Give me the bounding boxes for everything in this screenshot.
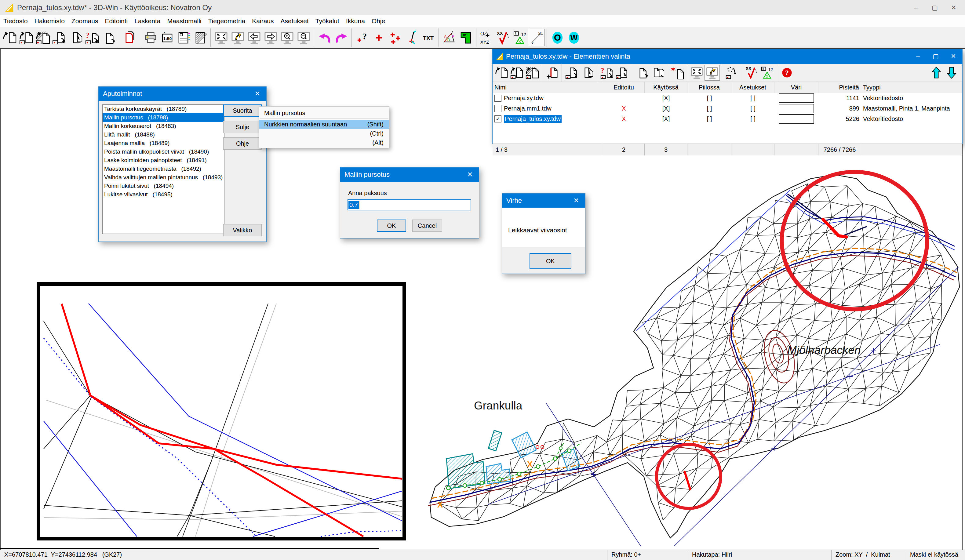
suorita-button[interactable]: Suorita — [223, 104, 262, 117]
function-list-item[interactable]: Vaihda valittujen mallien pintatunnus (1… — [103, 173, 224, 182]
query-point-icon[interactable]: ? — [354, 29, 370, 46]
cancel-button[interactable]: Cancel — [412, 220, 442, 232]
xyz-icon[interactable]: OXYZ — [479, 29, 495, 46]
valikko-button[interactable]: Valikko — [223, 224, 262, 236]
add-point-icon[interactable] — [370, 29, 387, 46]
open-file-settings-icon[interactable] — [18, 29, 34, 46]
close-button[interactable]: ✕ — [944, 0, 963, 15]
add-element-icon[interactable] — [669, 65, 685, 81]
redo-icon[interactable] — [333, 29, 349, 46]
menu-item-editointi[interactable]: Editointi — [102, 15, 131, 27]
color-box[interactable] — [779, 104, 814, 113]
scale-1-50-icon[interactable]: x1:50 — [159, 29, 175, 46]
context-menu-header[interactable]: Mallin pursotus — [259, 108, 389, 118]
function-list-item[interactable]: Laajenna mallia (18489) — [103, 139, 224, 147]
function-list-item[interactable]: Tarkista korkeuskäyrät (18789) — [103, 105, 224, 113]
color-box[interactable] — [779, 93, 814, 103]
save-file-icon[interactable] — [564, 65, 579, 81]
menu-item-hakemisto[interactable]: Hakemisto — [31, 15, 68, 27]
scatter-points-icon[interactable] — [725, 65, 739, 81]
column-header-tyyppi[interactable]: Tyyppi — [861, 82, 961, 93]
open-file-settings-icon[interactable] — [509, 65, 524, 81]
save-query-icon[interactable]: ? — [84, 29, 100, 46]
menu-item-tiedosto[interactable]: Tiedosto — [0, 15, 31, 27]
function-list-item[interactable]: Laske kolmioiden painopisteet (18491) — [103, 156, 224, 165]
triangle-count-icon[interactable]: x̄12X — [759, 65, 775, 81]
zoom-out-icon[interactable] — [295, 29, 312, 46]
minimize-button[interactable]: – — [906, 0, 925, 15]
column-header-käytössä[interactable]: Käytössä — [644, 82, 687, 93]
pages-icon[interactable] — [121, 29, 138, 46]
menu-item-zoomaus[interactable]: Zoomaus — [68, 15, 102, 27]
function-list-item[interactable]: Liitä mallit (18488) — [103, 131, 224, 139]
column-header-nimi[interactable]: Nimi — [492, 82, 603, 93]
function-list-item[interactable]: Mallin pursotus (18798) — [103, 113, 224, 122]
fit-view-icon[interactable] — [213, 29, 229, 46]
check-points-icon[interactable]: XX — [495, 29, 512, 46]
row-checkbox[interactable] — [494, 95, 501, 102]
save-as-icon[interactable] — [67, 29, 84, 46]
context-menu-item[interactable]: Nurkkien normaalien suuntaan(Shift) — [259, 120, 389, 129]
function-list-item[interactable]: Poista mallin ulkopuoliset viivat (18490… — [103, 147, 224, 156]
zoom-in-icon[interactable] — [279, 29, 295, 46]
up-arrow-icon[interactable] — [929, 65, 944, 81]
function-list-item[interactable]: Lukitse viivasivut (18495) — [103, 190, 224, 199]
help-icon[interactable]: ? — [779, 65, 795, 81]
row-checkbox[interactable]: ✓ — [494, 116, 501, 122]
close-icon[interactable]: ✕ — [568, 194, 585, 207]
maximize-button[interactable]: ▢ — [925, 0, 944, 15]
check-points-icon[interactable]: XX — [744, 65, 759, 81]
column-header-asetukset[interactable]: Asetukset — [731, 82, 774, 93]
novatron-o-icon[interactable]: O — [549, 29, 566, 46]
add-points-icon[interactable] — [387, 29, 403, 46]
open-directory-icon[interactable] — [524, 65, 540, 81]
pick-line-icon[interactable] — [403, 29, 420, 46]
column-header-pisteitä[interactable]: Pisteitä — [818, 82, 861, 93]
color-cell[interactable] — [774, 114, 818, 124]
function-list-item[interactable]: Maastomalli tiegeometriasta (18492) — [103, 165, 224, 173]
export-file-2-icon[interactable] — [649, 65, 665, 81]
row-checkbox[interactable] — [494, 105, 501, 112]
menu-item-tiegeometria[interactable]: Tiegeometria — [205, 15, 249, 27]
triangle-calc-icon[interactable]: ABα — [441, 29, 458, 46]
open-file-icon[interactable] — [494, 65, 509, 81]
close-icon[interactable]: ✕ — [249, 87, 266, 101]
table-row[interactable]: Pernaja.mm1.tdwX[X][ ][ ]899Maastomalli,… — [492, 103, 962, 114]
elements-maximize-button[interactable]: ▢ — [927, 49, 945, 64]
menu-item-kairaus[interactable]: Kairaus — [249, 15, 277, 27]
elements-minimize-button[interactable]: – — [909, 49, 927, 64]
slope-icon[interactable]: x21 — [528, 29, 545, 46]
menu-item-ikkuna[interactable]: Ikkuna — [343, 15, 368, 27]
print-icon[interactable] — [142, 29, 159, 46]
menu-item-työkalut[interactable]: Työkalut — [312, 15, 343, 27]
save-as-icon[interactable] — [579, 65, 595, 81]
export-file-icon[interactable] — [100, 29, 117, 46]
column-header-piilossa[interactable]: Piilossa — [687, 82, 731, 93]
triangle-count-icon[interactable]: x̄12X — [512, 29, 528, 46]
text-icon[interactable]: TXT — [420, 29, 437, 46]
open-file-icon[interactable] — [1, 29, 18, 46]
novatron-w-icon[interactable]: W — [566, 29, 582, 46]
sulje-button[interactable]: Sulje — [223, 121, 262, 133]
save-query-icon[interactable]: ? — [599, 65, 615, 81]
previous-view-icon[interactable] — [246, 29, 262, 46]
ohje-button[interactable]: Ohje — [223, 137, 262, 150]
table-row[interactable]: Pernaja.xy.tdw[X][ ][ ]1141Vektoritiedos… — [492, 93, 962, 103]
table-row[interactable]: ✓Pernaja_tulos.xy.tdwX[X][ ][ ]5226Vekto… — [492, 114, 962, 124]
function-list-item[interactable]: Poimi lukitut sivut (18494) — [103, 182, 224, 190]
hatch-page-icon[interactable] — [192, 29, 208, 46]
function-listbox[interactable]: Tarkista korkeuskäyrät (18789)Mallin pur… — [102, 104, 224, 234]
pan-view-icon[interactable] — [229, 29, 246, 46]
color-cell[interactable] — [774, 103, 818, 114]
next-view-icon[interactable] — [262, 29, 279, 46]
down-arrow-icon[interactable] — [944, 65, 959, 81]
save-plus-icon[interactable] — [544, 65, 559, 81]
export-file-icon[interactable] — [634, 65, 649, 81]
pan-view-icon[interactable] — [705, 65, 720, 81]
color-box[interactable] — [779, 114, 814, 124]
undo-icon[interactable] — [316, 29, 333, 46]
menu-item-laskenta[interactable]: Laskenta — [131, 15, 164, 27]
function-list-item[interactable]: Mallin korkeuserot (18483) — [103, 122, 224, 131]
close-icon[interactable]: ✕ — [461, 168, 479, 182]
color-cell[interactable] — [774, 93, 818, 103]
